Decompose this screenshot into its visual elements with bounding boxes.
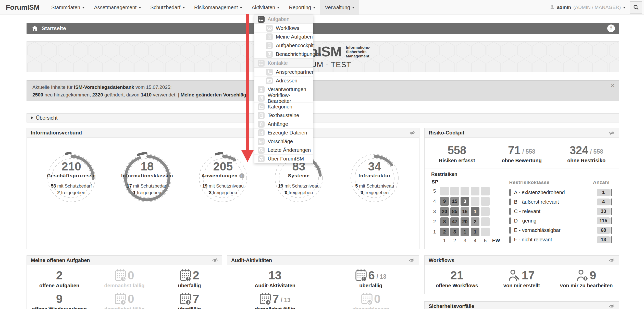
hide-panel-icon[interactable] (409, 257, 415, 263)
nav-item-reporting[interactable]: Reporting (284, 0, 320, 15)
top-navigation-bar: ForumISM Stammdaten Assetmanagement Schu… (0, 0, 644, 15)
stat-ohne-restrisiko: 324 / 558 ohne Restrisiko (554, 144, 619, 164)
stat-total: / 13 (281, 297, 290, 304)
menu-item-benachrichtigungen[interactable]: Benachrichtigungen (254, 50, 313, 58)
user-menu[interactable]: admin (ADMIN / MANAGER) (550, 5, 626, 10)
panel-meine-aufgaben: Meine offenen Aufgaben 2 offene Aufgaben… (27, 255, 222, 309)
cal-alert-icon (180, 269, 191, 282)
class-row-c-relevant[interactable]: C - relevant 33 (509, 208, 612, 215)
class-row-f-nicht-relevant[interactable]: F - nicht relevant 13 (509, 236, 612, 243)
panel-sicherheitsvorfaelle: Sicherheitsvorfälle (424, 301, 619, 309)
caret-down-icon (623, 7, 626, 8)
nav-item-label: Assetmanagement (94, 5, 137, 10)
hide-panel-icon[interactable] (609, 257, 615, 263)
stat-berf-llig: 2 überfällig (157, 269, 222, 289)
risk-matrix-cell: 9 (440, 197, 449, 206)
stat-demn-chst-f-llig: 0 demnächst fällig (92, 292, 157, 309)
restrisikoklasse-table: Restrisikoklasse Anzahl A - existenzbedr… (509, 179, 612, 245)
nav-item-assetmanagement[interactable]: Assetmanagement (89, 0, 146, 15)
cal-check-icon (361, 292, 373, 305)
row-cap (509, 236, 511, 243)
close-icon[interactable]: × (611, 82, 615, 89)
hide-panel-icon[interactable] (609, 303, 615, 309)
stat-label: überfällig (359, 283, 382, 289)
clock-icon (258, 147, 265, 154)
matrix-x-tick: 2 (450, 238, 459, 243)
stat-value: 0 (128, 269, 134, 282)
menu-item-textbausteine[interactable]: Textbausteine (254, 111, 313, 120)
search-button[interactable] (630, 1, 642, 14)
hide-panel-icon[interactable] (212, 257, 218, 263)
menu-item-letzte-nderungen[interactable]: Letzte Änderungen (254, 146, 313, 154)
risk-matrix-cell: 3 (461, 197, 469, 206)
nav-item-aktivit-ten[interactable]: Aktivitäten (247, 0, 284, 15)
donut-subline: 19 mit Schutzniveau (202, 183, 244, 189)
document-icon (266, 33, 273, 40)
risk-matrix-cell (461, 187, 469, 195)
matrix-y-tick: 2 (431, 219, 438, 225)
menu-section-label: Aufgaben (268, 16, 290, 22)
menu-item-workflows[interactable]: Workflows (254, 24, 313, 32)
help-button[interactable]: ? (607, 24, 615, 32)
banner-tagline: Informations-Sicherheits-Management (346, 45, 370, 58)
stat-total: / 13 (377, 273, 386, 280)
workflow-stats: 21 offene Workflows 17 von mir erstellt … (425, 265, 619, 289)
row-cap (509, 189, 511, 196)
risk-matrix-cell (471, 197, 479, 206)
menu-item-vorschl-ge[interactable]: Vorschläge (254, 137, 313, 146)
menu-item-meine-aufgaben[interactable]: Meine Aufgaben (254, 32, 313, 41)
stat-demn-chst-f-llig: 0 demnächst fällig (92, 269, 157, 289)
matrix-y-axis-label: SP (432, 179, 500, 185)
stat-value: 13 (268, 269, 281, 282)
panel-title: Sicherheitsvorfälle (429, 303, 474, 309)
stat-value: 9 (590, 269, 596, 282)
menu-item-anh-nge[interactable]: Anhänge (254, 120, 313, 128)
risk-matrix: SP5491533208516128472021231112345EW (431, 179, 500, 245)
class-count-badge: 4 (597, 199, 610, 205)
class-row-a-existenzbedrohend[interactable]: A - existenzbedrohend 1 (509, 189, 612, 196)
donut-subline: 19 mit Schutzniveau (278, 183, 319, 189)
nav-item-stammdaten[interactable]: Stammdaten (47, 0, 89, 15)
uebersicht-toggle[interactable]: Übersicht (27, 113, 619, 122)
class-row-e-vernachl-ssigbar[interactable]: E - vernachlässigbar 68 (509, 227, 612, 234)
menu-item-aufgabencockpit[interactable]: Aufgabencockpit (254, 41, 313, 50)
risk-matrix-cell: 15 (450, 197, 459, 206)
menu-item-ansprechpartner[interactable]: Ansprechpartner (254, 68, 313, 76)
menu-item-adressen[interactable]: Adressen (254, 76, 313, 85)
row-cap (509, 199, 511, 205)
menu-item-ber-forumism[interactable]: Über ForumISM (254, 154, 313, 163)
hide-panel-icon[interactable] (409, 130, 415, 136)
menu-item-label: Ansprechpartner (276, 69, 314, 75)
nav-item-risikomanagement[interactable]: Risikomanagement (190, 0, 247, 15)
class-row-d-gering[interactable]: D - gering 115 (509, 217, 612, 224)
menu-item-label: Erzeugte Dateien (268, 130, 307, 136)
row-cap (509, 217, 511, 224)
panel-title: Workflows (429, 257, 454, 263)
class-label: C - relevant (514, 208, 540, 214)
donut-infrastruktur: 34 Infrastruktur 5 mit Schutzniveau 0 fr… (348, 152, 401, 204)
row-cap (509, 208, 511, 215)
risk-stats: 558 Risiken erfasst 71 / 558 ohne Bewert… (425, 138, 619, 164)
nav-item-schutzbedarf[interactable]: Schutzbedarf (146, 0, 190, 15)
hide-panel-icon[interactable] (609, 130, 615, 136)
search-icon (633, 4, 639, 10)
menu-item-workflow-bearbeiter[interactable]: Workflow-Bearbeiter (254, 94, 313, 102)
stat-value: 71 (508, 144, 521, 157)
donut-subline: 3 freigegeben (209, 189, 237, 196)
panel-audit-aktivitaeten: Audit-Aktivitäten 13 Audit-Aktivitäten 6… (227, 255, 419, 309)
menu-item-label: Vorschläge (268, 139, 293, 144)
caret-down-icon (82, 7, 85, 8)
risk-matrix-cell: 16 (461, 207, 469, 216)
info-icon[interactable]: i (239, 173, 244, 178)
class-row-b-u-erst-relevant[interactable]: B - äußerst relevant 4 (509, 198, 612, 205)
forumism-dashboard: ForumISM Stammdaten Assetmanagement Schu… (0, 0, 644, 309)
eye-slash-icon (409, 130, 415, 136)
menu-item-label: Letzte Änderungen (268, 147, 311, 153)
brand-logo[interactable]: ForumISM (0, 4, 47, 11)
nav-item-verwaltung[interactable]: Verwaltung (320, 0, 359, 15)
stat-value: 2 (193, 269, 199, 282)
home-icon[interactable] (32, 26, 38, 31)
menu-item-label: Verantwortungen (268, 86, 306, 92)
menu-item-label: Meine Aufgaben (276, 34, 313, 40)
menu-item-erzeugte-dateien[interactable]: Erzeugte Dateien (254, 128, 313, 137)
